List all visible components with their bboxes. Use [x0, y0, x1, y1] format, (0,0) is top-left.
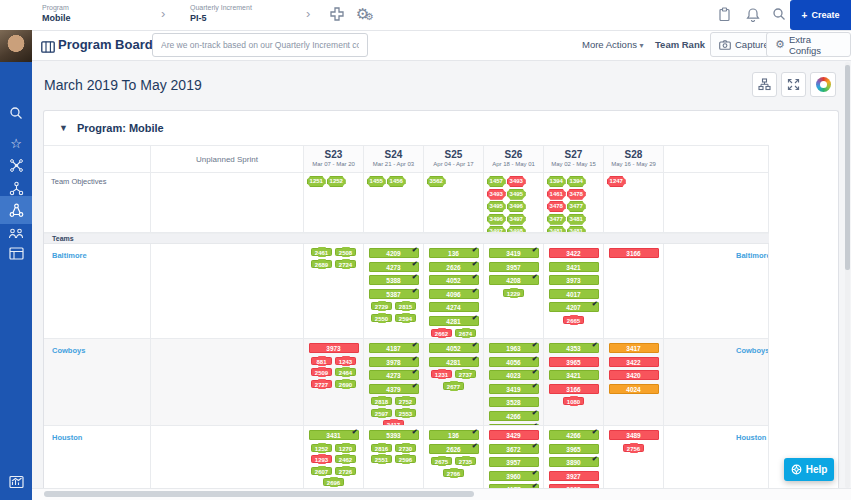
feature-bar[interactable]: 3978✔	[369, 357, 419, 367]
feature-bar[interactable]: 3965	[549, 357, 599, 367]
feature-bar[interactable]: 4273✔	[369, 370, 419, 380]
team-link[interactable]: Cowboys	[44, 341, 85, 355]
objective-chip[interactable]: 3481	[567, 214, 586, 225]
feature-bar[interactable]: 4187✔	[369, 343, 419, 353]
feature-bar[interactable]: 5387✔	[369, 289, 419, 299]
story-card[interactable]: 2724	[335, 260, 356, 268]
story-card[interactable]: 2726	[335, 467, 356, 475]
help-button[interactable]: Help	[784, 458, 834, 481]
objective-chip[interactable]: 3498	[507, 226, 526, 232]
feature-bar[interactable]: 4273✔	[369, 262, 419, 272]
feature-bar[interactable]: 3973	[549, 275, 599, 285]
feature-bar[interactable]: 4024	[609, 384, 659, 394]
story-card[interactable]: 2815	[395, 302, 416, 310]
story-card[interactable]: 2730	[395, 444, 416, 452]
objective-chip[interactable]: 3496	[487, 214, 506, 225]
feature-bar[interactable]: 2626✔	[429, 262, 479, 272]
sprint-column-header[interactable]: S23Mar 07 - Mar 20	[304, 146, 364, 172]
feature-bar[interactable]: 3166	[549, 384, 599, 394]
story-card[interactable]: 1270	[335, 444, 356, 452]
gears-icon[interactable]: ⚙⚙	[356, 5, 382, 25]
feature-bar[interactable]: 3420	[609, 370, 659, 380]
feature-bar[interactable]: 4281✔	[429, 316, 479, 326]
sidebar-program-board-icon[interactable]	[8, 202, 24, 218]
sidebar-favorites-icon[interactable]: ☆	[8, 135, 24, 151]
story-card[interactable]: 2766	[443, 469, 464, 477]
sprint-column-header[interactable]: S25Apr 04 - Apr 17	[424, 146, 484, 172]
feature-bar[interactable]: 3422	[549, 248, 599, 258]
story-card[interactable]: 2675	[431, 457, 452, 465]
story-card[interactable]: 2464	[335, 368, 356, 376]
feature-bar[interactable]: 4209✔	[369, 248, 419, 258]
team-link[interactable]: Baltimore	[44, 246, 87, 260]
objective-chip[interactable]: 1394	[547, 176, 566, 187]
feature-bar[interactable]: 4052✔	[429, 343, 479, 353]
feature-bar[interactable]: 3417	[609, 343, 659, 353]
story-card[interactable]: 2816	[371, 444, 392, 452]
sprint-column-header[interactable]: S24Mar 21 - Apr 03	[364, 146, 424, 172]
feature-bar[interactable]: 3421	[549, 262, 599, 272]
objective-chip[interactable]: 1461	[547, 189, 566, 200]
sprint-column-header[interactable]: S27May 02 - May 15	[544, 146, 604, 172]
story-card[interactable]: 2597	[371, 409, 392, 417]
story-card[interactable]: 2729	[371, 302, 392, 310]
feature-bar[interactable]: 4353✔	[549, 343, 599, 353]
program-section-header[interactable]: ▼ Program: Mobile	[44, 111, 838, 145]
objective-chip[interactable]: 1394	[567, 176, 586, 187]
feature-bar[interactable]: 3429	[489, 430, 539, 440]
feature-bar[interactable]: 4208✔	[489, 424, 539, 425]
feature-bar[interactable]: 4266✔	[549, 430, 599, 440]
feature-bar[interactable]: 3419✔	[489, 248, 539, 258]
create-button[interactable]: + Create	[790, 0, 851, 30]
objective-chip[interactable]: 3562	[427, 176, 446, 187]
objective-chip[interactable]: 3495	[487, 201, 506, 212]
story-card[interactable]: 1252	[311, 444, 332, 452]
story-card[interactable]: 2818	[371, 397, 392, 405]
feature-bar[interactable]: 136✔	[429, 430, 479, 440]
objective-chip[interactable]: 3481	[547, 226, 566, 232]
bell-icon[interactable]	[746, 7, 760, 26]
sidebar-hierarchy-icon[interactable]	[8, 180, 24, 196]
sidebar-teams-icon[interactable]	[8, 225, 24, 241]
objective-chip[interactable]: 3478	[547, 201, 566, 212]
objective-chip[interactable]: 3477	[547, 214, 566, 225]
objective-chip[interactable]: 1455	[367, 176, 386, 187]
story-card[interactable]: 2677	[443, 382, 464, 390]
feature-bar[interactable]: 3431✔	[309, 430, 359, 440]
legend-button[interactable]	[810, 72, 836, 97]
more-actions-menu[interactable]: More Actions ▾	[582, 39, 644, 50]
team-link[interactable]: Cowboys	[664, 341, 769, 355]
story-card[interactable]: 2461	[311, 248, 332, 256]
objective-chip[interactable]: 1457	[487, 176, 506, 187]
story-card[interactable]: 2550	[371, 314, 392, 322]
story-card[interactable]: 2594	[395, 314, 416, 322]
team-link[interactable]: Houston	[44, 428, 82, 442]
avatar[interactable]	[0, 30, 32, 62]
objective-chip[interactable]: 3478	[567, 189, 586, 200]
extra-configs-button[interactable]: ⚙ Extra Configs	[766, 32, 851, 57]
story-card[interactable]: 2509	[311, 368, 332, 376]
story-card[interactable]: 2674	[455, 329, 476, 337]
feature-bar[interactable]: 3890✔	[549, 457, 599, 467]
feature-bar[interactable]: 2626✔	[429, 444, 479, 454]
sidebar-reports-icon[interactable]	[8, 474, 24, 490]
feature-bar[interactable]: 3166	[609, 248, 659, 258]
feature-bar[interactable]: 4379✔	[369, 384, 419, 394]
feature-bar[interactable]: 4266✔	[489, 411, 539, 421]
team-rank-link[interactable]: Team Rank	[655, 39, 705, 50]
story-card[interactable]: 2417	[383, 420, 404, 425]
feature-bar[interactable]: 3422	[609, 357, 659, 367]
story-card[interactable]: 2665	[563, 316, 584, 324]
objective-chip[interactable]: 3497	[507, 214, 526, 225]
objective-chip[interactable]: 1252	[327, 176, 346, 187]
feature-bar[interactable]: 3960✔	[489, 471, 539, 481]
story-card[interactable]: 2752	[395, 397, 416, 405]
feature-bar[interactable]: 3419✔	[489, 384, 539, 394]
story-card[interactable]: 2553	[395, 409, 416, 417]
horizontal-scrollbar-thumb[interactable]	[44, 491, 474, 497]
story-card[interactable]: 2662	[431, 329, 452, 337]
sidebar-network-icon[interactable]	[8, 157, 24, 173]
feature-bar[interactable]: 3421	[549, 370, 599, 380]
add-icon[interactable]	[329, 6, 345, 26]
feature-bar[interactable]: 3927	[549, 471, 599, 481]
